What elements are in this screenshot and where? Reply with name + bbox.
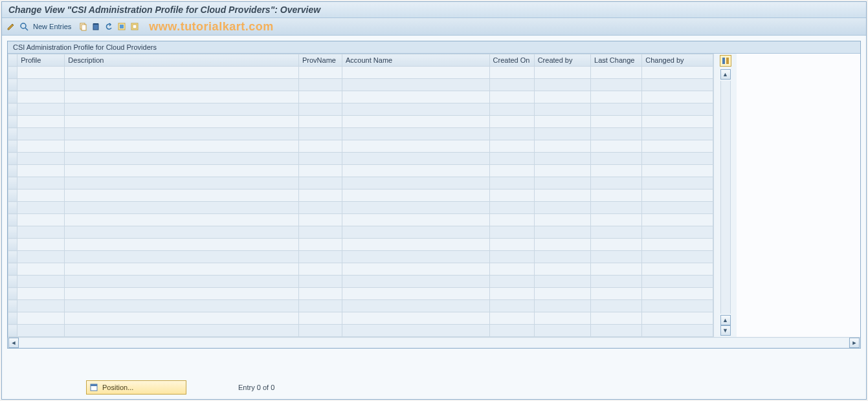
cell-account_name[interactable] bbox=[342, 263, 490, 276]
col-header-description[interactable]: Description bbox=[65, 54, 299, 67]
table-row[interactable] bbox=[8, 263, 713, 276]
table-row[interactable] bbox=[8, 226, 713, 239]
row-selector[interactable] bbox=[8, 79, 17, 91]
cell-profile[interactable] bbox=[17, 177, 65, 190]
cell-created_by[interactable] bbox=[534, 239, 590, 251]
row-selector[interactable] bbox=[8, 116, 17, 128]
cell-created_by[interactable] bbox=[534, 288, 590, 300]
cell-last_change[interactable] bbox=[591, 128, 642, 140]
cell-profile[interactable] bbox=[17, 91, 65, 103]
table-row[interactable] bbox=[8, 79, 713, 91]
delete-icon[interactable] bbox=[91, 21, 101, 32]
cell-profile[interactable] bbox=[17, 239, 65, 251]
cell-description[interactable] bbox=[65, 103, 299, 116]
vertical-scroll-track[interactable] bbox=[720, 81, 731, 314]
cell-created_by[interactable] bbox=[534, 325, 590, 337]
table-row[interactable] bbox=[8, 116, 713, 128]
cell-description[interactable] bbox=[65, 128, 299, 140]
table-row[interactable] bbox=[8, 91, 713, 103]
cell-changed_by[interactable] bbox=[642, 67, 713, 79]
cell-last_change[interactable] bbox=[591, 251, 642, 263]
cell-created_by[interactable] bbox=[534, 103, 590, 116]
cell-description[interactable] bbox=[65, 67, 299, 79]
row-selector[interactable] bbox=[8, 251, 17, 263]
cell-changed_by[interactable] bbox=[642, 153, 713, 165]
cell-created_on[interactable] bbox=[489, 128, 534, 140]
cell-account_name[interactable] bbox=[342, 67, 490, 79]
cell-created_on[interactable] bbox=[489, 239, 534, 251]
cell-created_on[interactable] bbox=[489, 190, 534, 202]
cell-last_change[interactable] bbox=[591, 214, 642, 226]
col-header-changed_by[interactable]: Changed by bbox=[642, 54, 713, 67]
position-button[interactable]: Position... bbox=[86, 380, 186, 395]
cell-profile[interactable] bbox=[17, 312, 65, 325]
cell-changed_by[interactable] bbox=[642, 226, 713, 239]
cell-last_change[interactable] bbox=[591, 103, 642, 116]
col-header-provname[interactable]: ProvName bbox=[299, 54, 342, 67]
cell-description[interactable] bbox=[65, 140, 299, 153]
scroll-down-button[interactable]: ▼ bbox=[720, 325, 731, 336]
cell-created_on[interactable] bbox=[489, 288, 534, 300]
cell-created_on[interactable] bbox=[489, 263, 534, 276]
cell-last_change[interactable] bbox=[591, 239, 642, 251]
table-row[interactable] bbox=[8, 165, 713, 177]
cell-last_change[interactable] bbox=[591, 202, 642, 214]
cell-created_by[interactable] bbox=[534, 276, 590, 288]
cell-last_change[interactable] bbox=[591, 288, 642, 300]
new-entries-button[interactable]: New Entries bbox=[33, 23, 71, 30]
cell-created_by[interactable] bbox=[534, 263, 590, 276]
cell-created_on[interactable] bbox=[489, 325, 534, 337]
cell-changed_by[interactable] bbox=[642, 239, 713, 251]
cell-account_name[interactable] bbox=[342, 91, 490, 103]
row-selector[interactable] bbox=[8, 128, 17, 140]
cell-description[interactable] bbox=[65, 202, 299, 214]
table-row[interactable] bbox=[8, 251, 713, 263]
row-selector[interactable] bbox=[8, 226, 17, 239]
cell-account_name[interactable] bbox=[342, 251, 490, 263]
cell-changed_by[interactable] bbox=[642, 312, 713, 325]
cell-changed_by[interactable] bbox=[642, 79, 713, 91]
table-row[interactable] bbox=[8, 214, 713, 226]
cell-provname[interactable] bbox=[299, 312, 342, 325]
row-selector[interactable] bbox=[8, 190, 17, 202]
cell-changed_by[interactable] bbox=[642, 91, 713, 103]
cell-created_by[interactable] bbox=[534, 153, 590, 165]
cell-created_by[interactable] bbox=[534, 116, 590, 128]
cell-changed_by[interactable] bbox=[642, 165, 713, 177]
cell-created_on[interactable] bbox=[489, 251, 534, 263]
other-view-icon[interactable] bbox=[19, 21, 29, 32]
cell-last_change[interactable] bbox=[591, 190, 642, 202]
row-selector[interactable] bbox=[8, 276, 17, 288]
cell-created_on[interactable] bbox=[489, 91, 534, 103]
cell-provname[interactable] bbox=[299, 239, 342, 251]
row-selector[interactable] bbox=[8, 288, 17, 300]
cell-provname[interactable] bbox=[299, 79, 342, 91]
cell-profile[interactable] bbox=[17, 214, 65, 226]
table-row[interactable] bbox=[8, 153, 713, 165]
table-row[interactable] bbox=[8, 239, 713, 251]
cell-changed_by[interactable] bbox=[642, 251, 713, 263]
col-header-profile[interactable]: Profile bbox=[17, 54, 65, 67]
cell-created_on[interactable] bbox=[489, 312, 534, 325]
cell-account_name[interactable] bbox=[342, 165, 490, 177]
cell-profile[interactable] bbox=[17, 79, 65, 91]
cell-changed_by[interactable] bbox=[642, 103, 713, 116]
row-selector[interactable] bbox=[8, 91, 17, 103]
cell-profile[interactable] bbox=[17, 300, 65, 312]
table-row[interactable] bbox=[8, 140, 713, 153]
cell-description[interactable] bbox=[65, 214, 299, 226]
cell-provname[interactable] bbox=[299, 276, 342, 288]
cell-provname[interactable] bbox=[299, 91, 342, 103]
cell-description[interactable] bbox=[65, 190, 299, 202]
cell-profile[interactable] bbox=[17, 103, 65, 116]
cell-provname[interactable] bbox=[299, 67, 342, 79]
copy-as-icon[interactable] bbox=[78, 21, 88, 32]
cell-provname[interactable] bbox=[299, 251, 342, 263]
cell-description[interactable] bbox=[65, 239, 299, 251]
cell-description[interactable] bbox=[65, 325, 299, 337]
row-selector[interactable] bbox=[8, 140, 17, 153]
cell-changed_by[interactable] bbox=[642, 288, 713, 300]
cell-last_change[interactable] bbox=[591, 226, 642, 239]
cell-last_change[interactable] bbox=[591, 325, 642, 337]
table-row[interactable] bbox=[8, 103, 713, 116]
